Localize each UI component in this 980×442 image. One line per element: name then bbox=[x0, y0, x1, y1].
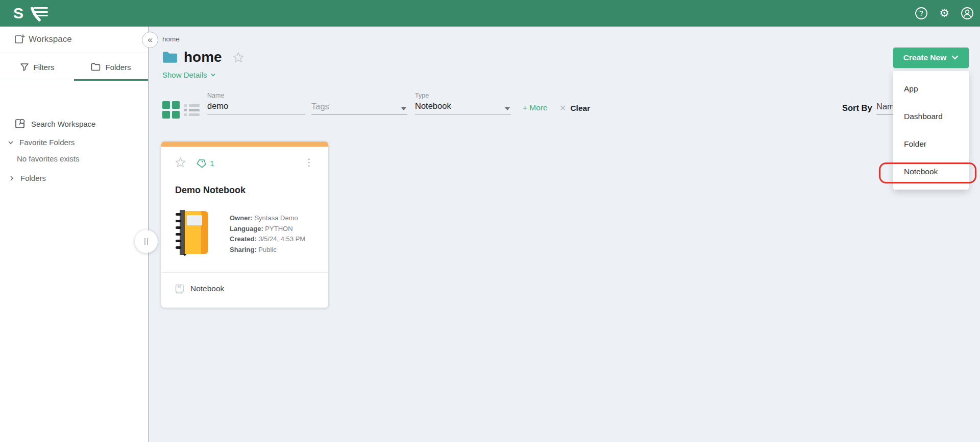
card-type: Notebook bbox=[175, 284, 224, 294]
grid-view-toggle[interactable] bbox=[162, 101, 180, 119]
sidebar-header: Workspace bbox=[0, 27, 148, 53]
card-details: Owner: Syntasa Demo Language: PYTHON Cre… bbox=[230, 213, 305, 255]
collapse-chevrons-icon: « bbox=[148, 35, 152, 44]
chevron-down-icon bbox=[210, 72, 216, 78]
type-filter-select[interactable]: Notebook bbox=[415, 99, 511, 114]
notebook-thumbnail-icon bbox=[174, 208, 210, 257]
folders-section[interactable]: Folders bbox=[0, 174, 148, 182]
type-filter-label: Type bbox=[415, 92, 511, 99]
detail-created: Created: 3/5/24, 4:53 PM bbox=[230, 234, 305, 245]
tags-filter-input[interactable] bbox=[311, 100, 407, 115]
card-footer: Notebook bbox=[161, 272, 328, 308]
card-tags-badge[interactable]: 1 bbox=[195, 158, 214, 169]
tab-folders-label: Folders bbox=[105, 63, 131, 72]
detail-sharing: Sharing: Public bbox=[230, 245, 305, 255]
tags-filter-field bbox=[311, 92, 407, 117]
logo-text: S bbox=[13, 5, 23, 21]
clear-filters-button[interactable]: ✕ Clear bbox=[559, 103, 590, 113]
breadcrumb[interactable]: home bbox=[162, 35, 180, 43]
card-favorite-star-icon[interactable] bbox=[175, 157, 186, 168]
notebook-type-icon bbox=[175, 284, 184, 294]
card-more-menu-icon[interactable]: ⋮ bbox=[304, 156, 314, 169]
main-content: home home Show Details Name Type Noteboo… bbox=[150, 27, 980, 442]
sidebar-collapse-button[interactable]: « bbox=[142, 32, 158, 48]
card-title[interactable]: Demo Notebook bbox=[175, 185, 246, 196]
tab-folders[interactable]: Folders bbox=[74, 54, 148, 80]
sidebar-resize-handle[interactable] bbox=[135, 230, 158, 253]
tag-count: 1 bbox=[210, 159, 214, 168]
sidebar-title: Workspace bbox=[29, 34, 72, 44]
create-new-button[interactable]: Create New bbox=[893, 48, 969, 68]
clear-label: Clear bbox=[570, 104, 590, 113]
folder-icon bbox=[91, 63, 101, 71]
settings-gear-icon[interactable]: ⚙ bbox=[938, 7, 951, 20]
tab-filters-label: Filters bbox=[34, 63, 55, 72]
chevron-down-icon bbox=[7, 139, 14, 146]
type-filter-field: Type Notebook bbox=[415, 92, 511, 117]
top-bar: S ? ⚙ bbox=[0, 0, 980, 27]
chevron-right-icon bbox=[8, 175, 15, 182]
chevron-down-icon bbox=[951, 55, 959, 60]
search-workspace-icon bbox=[14, 118, 26, 130]
filter-funnel-icon bbox=[20, 62, 29, 72]
folders-section-label: Folders bbox=[20, 174, 46, 182]
help-icon[interactable]: ? bbox=[915, 7, 928, 20]
menu-item-notebook[interactable]: Notebook bbox=[893, 158, 969, 185]
card-type-label: Notebook bbox=[190, 284, 224, 293]
name-filter-field: Name bbox=[207, 92, 305, 117]
search-workspace-label: Search Workspace bbox=[31, 120, 95, 128]
menu-item-folder[interactable]: Folder bbox=[893, 130, 969, 158]
create-new-dropdown-menu: App Dashboard Folder Notebook bbox=[893, 71, 969, 190]
sort-by-label: Sort By bbox=[842, 103, 872, 113]
sidebar-tabs: Filters Folders bbox=[0, 54, 148, 80]
tab-filters[interactable]: Filters bbox=[0, 54, 74, 80]
filter-bar: Name Type Notebook + More ✕ Clear Sort B… bbox=[150, 92, 980, 123]
name-filter-input[interactable] bbox=[207, 99, 305, 114]
notebook-card[interactable]: 1 ⋮ Demo Notebook Owner: Syntasa Demo La… bbox=[161, 142, 328, 308]
detail-owner: Owner: Syntasa Demo bbox=[230, 213, 305, 224]
favorite-folders-section[interactable]: Favorite Folders bbox=[0, 138, 148, 147]
menu-item-app[interactable]: App bbox=[893, 75, 969, 103]
favorite-star-icon[interactable] bbox=[232, 52, 244, 63]
workspace-icon bbox=[13, 34, 26, 46]
more-filters-link[interactable]: + More bbox=[523, 103, 548, 112]
favorite-folders-label: Favorite Folders bbox=[19, 138, 75, 147]
show-details-link[interactable]: Show Details bbox=[162, 71, 216, 79]
menu-hamburger-icon[interactable] bbox=[34, 7, 48, 19]
page-title: home bbox=[184, 49, 222, 65]
card-accent-strip bbox=[161, 142, 328, 147]
clear-x-icon: ✕ bbox=[559, 103, 566, 113]
menu-item-dashboard[interactable]: Dashboard bbox=[893, 103, 969, 130]
name-filter-label: Name bbox=[207, 92, 305, 99]
folder-teal-icon bbox=[162, 51, 178, 63]
account-icon[interactable] bbox=[961, 7, 974, 20]
tag-icon bbox=[195, 158, 206, 169]
list-view-toggle[interactable] bbox=[184, 103, 200, 118]
svg-text:?: ? bbox=[919, 9, 923, 17]
no-favorites-message: No favorites exists bbox=[0, 154, 148, 163]
search-workspace[interactable]: Search Workspace bbox=[0, 118, 148, 130]
detail-language: Language: PYTHON bbox=[230, 224, 305, 235]
workspace-sidebar: Workspace Filters Folders Search Workspa… bbox=[0, 27, 149, 442]
